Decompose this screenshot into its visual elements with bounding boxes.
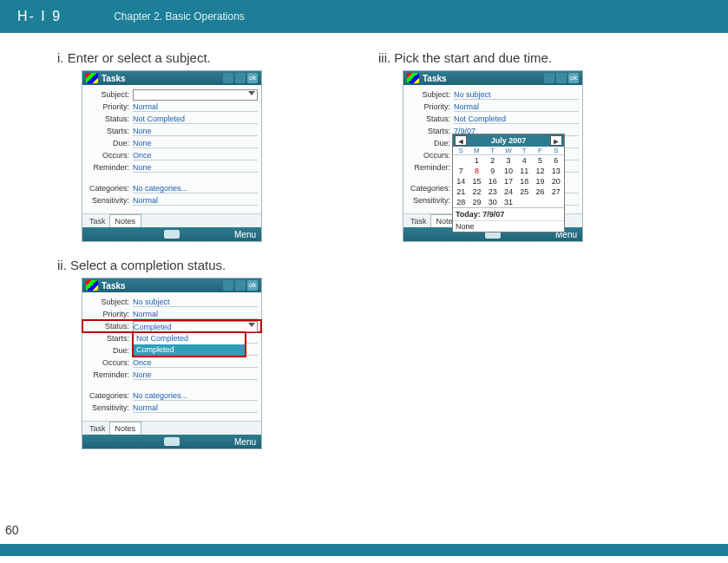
ok-button[interactable]: ok — [568, 73, 579, 83]
tab-task[interactable]: Task — [86, 215, 109, 227]
menu-button[interactable]: Menu — [234, 437, 256, 447]
calendar-month: July 2007 — [469, 136, 548, 145]
due-label: Due: — [86, 139, 133, 147]
start-flag-icon[interactable] — [407, 73, 419, 83]
chapter-title: Chapter 2. Basic Operations — [114, 10, 245, 23]
reminder-label: Reminder: — [86, 370, 133, 379]
next-month-button[interactable]: ► — [550, 135, 562, 146]
tab-notes[interactable]: Notes — [109, 214, 142, 227]
app-title: Tasks — [102, 281, 223, 291]
starts-label: Starts: — [86, 334, 133, 343]
tab-task[interactable]: Task — [86, 422, 109, 435]
keyboard-icon[interactable] — [164, 230, 180, 239]
reminder-label: Reminder: — [407, 163, 454, 172]
calendar-none[interactable]: None — [453, 220, 564, 232]
ok-button[interactable]: ok — [247, 280, 258, 291]
volume-icon — [556, 73, 567, 83]
reminder-label: Reminder: — [86, 163, 133, 172]
top-bar: H- I 9 Chapter 2. Basic Operations — [0, 0, 728, 33]
screenshot-i: Tasks ok Subject: Priority:Normal Status… — [82, 70, 262, 242]
occurs-label: Occurs: — [86, 151, 133, 160]
chevron-down-icon[interactable] — [248, 323, 255, 327]
status-dropdown-popup[interactable]: Not Completed Completed — [133, 332, 246, 357]
priority-label: Priority: — [86, 310, 133, 318]
due-label: Due: — [86, 346, 133, 355]
sensitivity-value[interactable]: Normal — [133, 403, 258, 413]
status-option-not-completed[interactable]: Not Completed — [134, 333, 245, 344]
step-ii: ii. Select a completion status. Tasks ok… — [57, 258, 319, 449]
status-label: Status: — [86, 115, 133, 123]
app-title: Tasks — [423, 74, 544, 83]
step-ii-caption: ii. Select a completion status. — [57, 258, 319, 272]
categories-value[interactable]: No categories... — [133, 183, 258, 193]
due-label: Due: — [407, 139, 454, 147]
status-option-completed[interactable]: Completed — [134, 344, 245, 356]
start-flag-icon[interactable] — [86, 280, 98, 291]
priority-value[interactable]: Normal — [454, 101, 579, 112]
footer-bar — [0, 544, 728, 556]
subject-value[interactable]: No subject — [133, 297, 258, 307]
tab-notes[interactable]: Notes — [109, 422, 142, 435]
status-label: Status: — [86, 322, 133, 331]
step-i: i. Enter or select a subject. Tasks ok S… — [57, 50, 319, 242]
date-picker-popup[interactable]: ◄ July 2007 ► SMTWTFS 123456 78910111213… — [452, 134, 565, 232]
subject-label: Subject: — [407, 90, 454, 99]
start-flag-icon[interactable] — [86, 73, 98, 83]
signal-icon — [223, 73, 233, 83]
starts-label: Starts: — [407, 127, 454, 135]
prev-month-button[interactable]: ◄ — [455, 135, 467, 146]
priority-value[interactable]: Normal — [133, 101, 258, 112]
status-value[interactable]: Not Completed — [454, 114, 579, 124]
occurs-value[interactable]: Once — [133, 150, 258, 160]
screenshot-ii: Tasks ok Subject:No subject Priority:Nor… — [82, 278, 262, 449]
occurs-label: Occurs: — [86, 358, 133, 367]
reminder-value[interactable]: None — [133, 162, 258, 173]
chevron-down-icon[interactable] — [248, 91, 255, 95]
status-label: Status: — [407, 115, 454, 123]
due-value[interactable]: None — [133, 138, 258, 148]
signal-icon — [223, 280, 233, 291]
occurs-value[interactable]: Once — [133, 357, 258, 368]
calendar-dow: SMTWTFS — [453, 147, 564, 155]
volume-icon — [235, 280, 246, 291]
priority-label: Priority: — [407, 102, 454, 111]
ok-button[interactable]: ok — [247, 73, 258, 83]
volume-icon — [235, 73, 246, 83]
priority-label: Priority: — [86, 102, 133, 111]
subject-label: Subject: — [86, 90, 133, 99]
subject-value[interactable]: No subject — [454, 89, 579, 100]
tab-task[interactable]: Task — [407, 215, 430, 227]
status-dropdown[interactable]: Completed — [133, 321, 258, 332]
occurs-label: Occurs: — [407, 151, 454, 160]
step-iii-caption: iii. Pick the start and due time. — [378, 50, 640, 65]
reminder-value[interactable]: None — [133, 370, 258, 380]
signal-icon — [544, 73, 554, 83]
page-body: i. Enter or select a subject. Tasks ok S… — [0, 33, 728, 563]
categories-label: Categories: — [86, 184, 133, 193]
subject-label: Subject: — [86, 298, 133, 306]
step-iii: iii. Pick the start and due time. Tasks … — [378, 50, 640, 242]
categories-label: Categories: — [86, 391, 133, 400]
menu-button[interactable]: Menu — [234, 230, 256, 239]
keyboard-icon[interactable] — [164, 437, 180, 446]
screenshot-iii: Tasks ok Subject:No subject Priority:Nor… — [403, 70, 583, 242]
starts-label: Starts: — [86, 127, 133, 135]
page-number: 60 — [5, 523, 19, 537]
sensitivity-label: Sensitivity: — [86, 196, 133, 205]
sensitivity-label: Sensitivity: — [407, 196, 454, 205]
calendar-today[interactable]: Today: 7/9/07 — [453, 207, 564, 220]
titlebar: Tasks ok — [82, 71, 261, 85]
sensitivity-label: Sensitivity: — [86, 403, 133, 412]
left-column: i. Enter or select a subject. Tasks ok S… — [57, 50, 319, 465]
status-value[interactable]: Not Completed — [133, 114, 258, 124]
step-i-caption: i. Enter or select a subject. — [57, 50, 319, 65]
priority-value[interactable]: Normal — [133, 309, 258, 319]
starts-value[interactable]: None — [133, 126, 258, 136]
calendar-grid[interactable]: 123456 78910111213 14151617181920 212223… — [453, 155, 564, 207]
sensitivity-value[interactable]: Normal — [133, 195, 258, 206]
titlebar: Tasks ok — [82, 278, 261, 292]
product-logo: H- I 9 — [17, 9, 62, 24]
titlebar: Tasks ok — [403, 71, 582, 85]
subject-input[interactable] — [133, 89, 258, 101]
categories-value[interactable]: No categories... — [133, 390, 258, 401]
